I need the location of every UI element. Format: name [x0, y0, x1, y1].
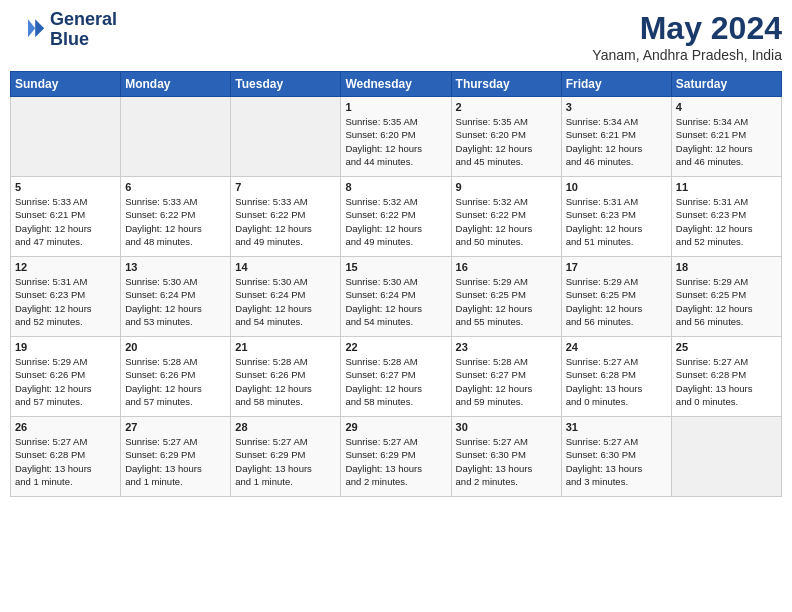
- day-number: 11: [676, 181, 777, 193]
- title-block: May 2024 Yanam, Andhra Pradesh, India: [592, 10, 782, 63]
- day-header-saturday: Saturday: [671, 72, 781, 97]
- calendar-cell: 6Sunrise: 5:33 AM Sunset: 6:22 PM Daylig…: [121, 177, 231, 257]
- day-number: 30: [456, 421, 557, 433]
- cell-info: Sunrise: 5:33 AM Sunset: 6:22 PM Dayligh…: [235, 195, 336, 248]
- cell-info: Sunrise: 5:35 AM Sunset: 6:20 PM Dayligh…: [456, 115, 557, 168]
- cell-info: Sunrise: 5:29 AM Sunset: 6:26 PM Dayligh…: [15, 355, 116, 408]
- cell-info: Sunrise: 5:27 AM Sunset: 6:28 PM Dayligh…: [566, 355, 667, 408]
- cell-info: Sunrise: 5:34 AM Sunset: 6:21 PM Dayligh…: [676, 115, 777, 168]
- week-row-4: 19Sunrise: 5:29 AM Sunset: 6:26 PM Dayli…: [11, 337, 782, 417]
- cell-info: Sunrise: 5:35 AM Sunset: 6:20 PM Dayligh…: [345, 115, 446, 168]
- cell-info: Sunrise: 5:28 AM Sunset: 6:26 PM Dayligh…: [125, 355, 226, 408]
- day-number: 18: [676, 261, 777, 273]
- calendar-cell: 29Sunrise: 5:27 AM Sunset: 6:29 PM Dayli…: [341, 417, 451, 497]
- day-number: 14: [235, 261, 336, 273]
- day-header-wednesday: Wednesday: [341, 72, 451, 97]
- cell-info: Sunrise: 5:29 AM Sunset: 6:25 PM Dayligh…: [566, 275, 667, 328]
- cell-info: Sunrise: 5:29 AM Sunset: 6:25 PM Dayligh…: [676, 275, 777, 328]
- day-number: 2: [456, 101, 557, 113]
- day-number: 9: [456, 181, 557, 193]
- week-row-1: 1Sunrise: 5:35 AM Sunset: 6:20 PM Daylig…: [11, 97, 782, 177]
- day-header-friday: Friday: [561, 72, 671, 97]
- day-number: 17: [566, 261, 667, 273]
- calendar-cell: 4Sunrise: 5:34 AM Sunset: 6:21 PM Daylig…: [671, 97, 781, 177]
- day-number: 25: [676, 341, 777, 353]
- logo: General Blue: [10, 10, 117, 50]
- calendar-cell: 1Sunrise: 5:35 AM Sunset: 6:20 PM Daylig…: [341, 97, 451, 177]
- day-number: 23: [456, 341, 557, 353]
- cell-info: Sunrise: 5:32 AM Sunset: 6:22 PM Dayligh…: [456, 195, 557, 248]
- calendar-cell: 18Sunrise: 5:29 AM Sunset: 6:25 PM Dayli…: [671, 257, 781, 337]
- calendar-cell: 17Sunrise: 5:29 AM Sunset: 6:25 PM Dayli…: [561, 257, 671, 337]
- page-header: General Blue May 2024 Yanam, Andhra Prad…: [10, 10, 782, 63]
- svg-marker-1: [28, 19, 35, 37]
- calendar-cell: 24Sunrise: 5:27 AM Sunset: 6:28 PM Dayli…: [561, 337, 671, 417]
- calendar-cell: 8Sunrise: 5:32 AM Sunset: 6:22 PM Daylig…: [341, 177, 451, 257]
- day-number: 31: [566, 421, 667, 433]
- calendar-cell: 25Sunrise: 5:27 AM Sunset: 6:28 PM Dayli…: [671, 337, 781, 417]
- cell-info: Sunrise: 5:28 AM Sunset: 6:26 PM Dayligh…: [235, 355, 336, 408]
- day-number: 7: [235, 181, 336, 193]
- cell-info: Sunrise: 5:29 AM Sunset: 6:25 PM Dayligh…: [456, 275, 557, 328]
- calendar-cell: 3Sunrise: 5:34 AM Sunset: 6:21 PM Daylig…: [561, 97, 671, 177]
- cell-info: Sunrise: 5:33 AM Sunset: 6:21 PM Dayligh…: [15, 195, 116, 248]
- calendar-cell: 14Sunrise: 5:30 AM Sunset: 6:24 PM Dayli…: [231, 257, 341, 337]
- calendar-cell: 21Sunrise: 5:28 AM Sunset: 6:26 PM Dayli…: [231, 337, 341, 417]
- cell-info: Sunrise: 5:30 AM Sunset: 6:24 PM Dayligh…: [235, 275, 336, 328]
- calendar-cell: 16Sunrise: 5:29 AM Sunset: 6:25 PM Dayli…: [451, 257, 561, 337]
- day-number: 1: [345, 101, 446, 113]
- calendar-cell: 31Sunrise: 5:27 AM Sunset: 6:30 PM Dayli…: [561, 417, 671, 497]
- cell-info: Sunrise: 5:30 AM Sunset: 6:24 PM Dayligh…: [345, 275, 446, 328]
- calendar-cell: 7Sunrise: 5:33 AM Sunset: 6:22 PM Daylig…: [231, 177, 341, 257]
- cell-info: Sunrise: 5:28 AM Sunset: 6:27 PM Dayligh…: [345, 355, 446, 408]
- day-number: 16: [456, 261, 557, 273]
- day-number: 12: [15, 261, 116, 273]
- day-number: 26: [15, 421, 116, 433]
- cell-info: Sunrise: 5:33 AM Sunset: 6:22 PM Dayligh…: [125, 195, 226, 248]
- calendar-cell: 5Sunrise: 5:33 AM Sunset: 6:21 PM Daylig…: [11, 177, 121, 257]
- cell-info: Sunrise: 5:28 AM Sunset: 6:27 PM Dayligh…: [456, 355, 557, 408]
- calendar-cell: [11, 97, 121, 177]
- day-number: 21: [235, 341, 336, 353]
- day-number: 15: [345, 261, 446, 273]
- calendar-cell: 28Sunrise: 5:27 AM Sunset: 6:29 PM Dayli…: [231, 417, 341, 497]
- calendar-cell: 10Sunrise: 5:31 AM Sunset: 6:23 PM Dayli…: [561, 177, 671, 257]
- logo-icon: [10, 12, 46, 48]
- day-number: 27: [125, 421, 226, 433]
- week-row-2: 5Sunrise: 5:33 AM Sunset: 6:21 PM Daylig…: [11, 177, 782, 257]
- day-number: 4: [676, 101, 777, 113]
- week-row-3: 12Sunrise: 5:31 AM Sunset: 6:23 PM Dayli…: [11, 257, 782, 337]
- cell-info: Sunrise: 5:27 AM Sunset: 6:29 PM Dayligh…: [235, 435, 336, 488]
- day-number: 28: [235, 421, 336, 433]
- cell-info: Sunrise: 5:31 AM Sunset: 6:23 PM Dayligh…: [15, 275, 116, 328]
- calendar-cell: 22Sunrise: 5:28 AM Sunset: 6:27 PM Dayli…: [341, 337, 451, 417]
- calendar-cell: 23Sunrise: 5:28 AM Sunset: 6:27 PM Dayli…: [451, 337, 561, 417]
- cell-info: Sunrise: 5:32 AM Sunset: 6:22 PM Dayligh…: [345, 195, 446, 248]
- cell-info: Sunrise: 5:31 AM Sunset: 6:23 PM Dayligh…: [566, 195, 667, 248]
- day-header-sunday: Sunday: [11, 72, 121, 97]
- cell-info: Sunrise: 5:34 AM Sunset: 6:21 PM Dayligh…: [566, 115, 667, 168]
- calendar-table: SundayMondayTuesdayWednesdayThursdayFrid…: [10, 71, 782, 497]
- week-row-5: 26Sunrise: 5:27 AM Sunset: 6:28 PM Dayli…: [11, 417, 782, 497]
- cell-info: Sunrise: 5:31 AM Sunset: 6:23 PM Dayligh…: [676, 195, 777, 248]
- header-row: SundayMondayTuesdayWednesdayThursdayFrid…: [11, 72, 782, 97]
- calendar-cell: [671, 417, 781, 497]
- cell-info: Sunrise: 5:27 AM Sunset: 6:30 PM Dayligh…: [456, 435, 557, 488]
- location-title: Yanam, Andhra Pradesh, India: [592, 47, 782, 63]
- day-number: 6: [125, 181, 226, 193]
- calendar-cell: 27Sunrise: 5:27 AM Sunset: 6:29 PM Dayli…: [121, 417, 231, 497]
- calendar-cell: 9Sunrise: 5:32 AM Sunset: 6:22 PM Daylig…: [451, 177, 561, 257]
- calendar-cell: 11Sunrise: 5:31 AM Sunset: 6:23 PM Dayli…: [671, 177, 781, 257]
- cell-info: Sunrise: 5:27 AM Sunset: 6:28 PM Dayligh…: [15, 435, 116, 488]
- day-number: 24: [566, 341, 667, 353]
- day-number: 20: [125, 341, 226, 353]
- calendar-cell: 19Sunrise: 5:29 AM Sunset: 6:26 PM Dayli…: [11, 337, 121, 417]
- calendar-cell: 30Sunrise: 5:27 AM Sunset: 6:30 PM Dayli…: [451, 417, 561, 497]
- day-header-tuesday: Tuesday: [231, 72, 341, 97]
- calendar-cell: 26Sunrise: 5:27 AM Sunset: 6:28 PM Dayli…: [11, 417, 121, 497]
- day-number: 19: [15, 341, 116, 353]
- month-title: May 2024: [592, 10, 782, 47]
- calendar-cell: [231, 97, 341, 177]
- day-header-monday: Monday: [121, 72, 231, 97]
- day-number: 29: [345, 421, 446, 433]
